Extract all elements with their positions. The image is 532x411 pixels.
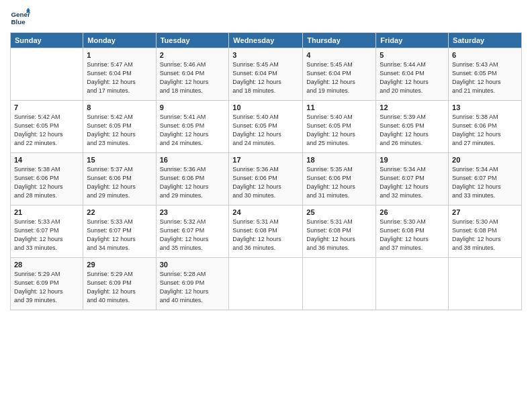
day-info-line: and 21 minutes. <box>452 87 518 95</box>
day-info-line: and 38 minutes. <box>452 244 518 253</box>
day-number: 9 <box>160 103 226 111</box>
day-info-line: Sunset: 6:04 PM <box>380 69 445 78</box>
day-info-line: and 26 minutes. <box>380 139 445 148</box>
day-number: 2 <box>160 51 226 59</box>
calendar-cell: 16Sunrise: 5:36 AMSunset: 6:06 PMDayligh… <box>156 153 229 205</box>
calendar-cell: 20Sunrise: 5:34 AMSunset: 6:07 PMDayligh… <box>449 153 522 205</box>
day-info-line: and 36 minutes. <box>232 244 299 253</box>
day-info-line: and 40 minutes. <box>87 296 152 305</box>
day-info-line: Sunrise: 5:30 AM <box>380 218 445 226</box>
day-info-line: Sunset: 6:06 PM <box>232 174 299 183</box>
day-info-line: Daylight: 12 hours <box>452 78 518 87</box>
day-info-line: Daylight: 12 hours <box>380 78 445 87</box>
calendar-table: SundayMondayTuesdayWednesdayThursdayFrid… <box>10 32 522 310</box>
day-number: 21 <box>14 208 79 216</box>
calendar-cell: 21Sunrise: 5:33 AMSunset: 6:07 PMDayligh… <box>11 205 83 258</box>
calendar-cell: 19Sunrise: 5:34 AMSunset: 6:07 PMDayligh… <box>376 153 449 205</box>
calendar-cell <box>229 258 303 310</box>
day-info-line: and 40 minutes. <box>160 296 226 305</box>
day-info-line: and 22 minutes. <box>14 139 79 148</box>
day-info-line: Daylight: 12 hours <box>160 287 226 296</box>
day-number: 17 <box>232 156 299 164</box>
day-number: 10 <box>232 103 299 111</box>
calendar-header-cell: Friday <box>376 33 449 48</box>
day-number: 14 <box>14 156 79 164</box>
svg-text:Blue: Blue <box>11 18 26 26</box>
day-number: 4 <box>306 51 372 59</box>
calendar-cell: 25Sunrise: 5:31 AMSunset: 6:08 PMDayligh… <box>303 205 376 258</box>
day-info-line: Sunset: 6:07 PM <box>380 174 445 183</box>
day-info-line: Sunrise: 5:42 AM <box>14 113 79 122</box>
day-info-line: Daylight: 12 hours <box>306 183 372 191</box>
calendar-week-row: 21Sunrise: 5:33 AMSunset: 6:07 PMDayligh… <box>11 205 522 258</box>
calendar-cell <box>303 258 376 310</box>
calendar-week-row: 1Sunrise: 5:47 AMSunset: 6:04 PMDaylight… <box>11 48 522 101</box>
day-info-line: and 28 minutes. <box>14 191 79 200</box>
day-info-line: Daylight: 12 hours <box>14 287 79 296</box>
day-info-line: Daylight: 12 hours <box>87 130 152 139</box>
day-number: 18 <box>306 156 372 164</box>
day-number: 11 <box>306 103 372 111</box>
day-info-line: and 36 minutes. <box>306 244 372 253</box>
day-info-line: Sunset: 6:08 PM <box>232 226 299 235</box>
calendar-cell: 28Sunrise: 5:29 AMSunset: 6:09 PMDayligh… <box>11 258 83 310</box>
day-info-line: Sunrise: 5:36 AM <box>232 165 299 174</box>
day-number: 7 <box>14 103 79 111</box>
main-container: General Blue SundayMondayTuesdayWednesda… <box>0 0 532 317</box>
day-number: 29 <box>87 261 152 269</box>
day-number: 25 <box>306 208 372 216</box>
day-info-line: Sunrise: 5:33 AM <box>14 218 79 226</box>
calendar-cell: 10Sunrise: 5:40 AMSunset: 6:05 PMDayligh… <box>229 101 303 153</box>
calendar-cell: 22Sunrise: 5:33 AMSunset: 6:07 PMDayligh… <box>83 205 156 258</box>
day-info-line: Sunset: 6:04 PM <box>232 69 299 78</box>
day-info-line: Sunset: 6:05 PM <box>14 122 79 130</box>
day-info-line: and 30 minutes. <box>232 191 299 200</box>
day-info-line: and 18 minutes. <box>160 87 226 95</box>
calendar-cell: 6Sunrise: 5:43 AMSunset: 6:05 PMDaylight… <box>449 48 522 101</box>
day-info-line: and 39 minutes. <box>14 296 79 305</box>
calendar-cell: 23Sunrise: 5:32 AMSunset: 6:07 PMDayligh… <box>156 205 229 258</box>
day-info-line: and 18 minutes. <box>232 87 299 95</box>
day-info-line: Sunrise: 5:41 AM <box>160 113 226 122</box>
day-number: 1 <box>87 51 152 59</box>
day-info-line: Sunrise: 5:40 AM <box>306 113 372 122</box>
day-info-line: Sunset: 6:05 PM <box>380 122 445 130</box>
day-info-line: Daylight: 12 hours <box>160 78 226 87</box>
day-number: 19 <box>380 156 445 164</box>
day-info-line: Daylight: 12 hours <box>232 130 299 139</box>
day-info-line: Daylight: 12 hours <box>232 183 299 191</box>
day-info-line: Sunset: 6:05 PM <box>160 122 226 130</box>
calendar-week-row: 14Sunrise: 5:38 AMSunset: 6:06 PMDayligh… <box>11 153 522 205</box>
day-info-line: Daylight: 12 hours <box>380 130 445 139</box>
day-info-line: Sunrise: 5:40 AM <box>232 113 299 122</box>
day-info-line: Sunrise: 5:33 AM <box>87 218 152 226</box>
calendar-cell: 3Sunrise: 5:45 AMSunset: 6:04 PMDaylight… <box>229 48 303 101</box>
day-info-line: Daylight: 12 hours <box>452 235 518 244</box>
day-info-line: Sunrise: 5:34 AM <box>452 165 518 174</box>
day-info-line: and 19 minutes. <box>306 87 372 95</box>
calendar-cell: 15Sunrise: 5:37 AMSunset: 6:06 PMDayligh… <box>83 153 156 205</box>
day-number: 15 <box>87 156 152 164</box>
day-info-line: Sunrise: 5:44 AM <box>380 60 445 69</box>
calendar-cell: 5Sunrise: 5:44 AMSunset: 6:04 PMDaylight… <box>376 48 449 101</box>
calendar-cell: 11Sunrise: 5:40 AMSunset: 6:05 PMDayligh… <box>303 101 376 153</box>
day-info-line: Sunset: 6:06 PM <box>452 122 518 130</box>
day-info-line: Sunrise: 5:30 AM <box>452 218 518 226</box>
day-info-line: Sunset: 6:08 PM <box>306 226 372 235</box>
day-number: 28 <box>14 261 79 269</box>
calendar-cell: 14Sunrise: 5:38 AMSunset: 6:06 PMDayligh… <box>11 153 83 205</box>
day-info-line: and 29 minutes. <box>87 191 152 200</box>
calendar-header-cell: Monday <box>83 33 156 48</box>
day-info-line: Sunrise: 5:31 AM <box>306 218 372 226</box>
calendar-cell: 9Sunrise: 5:41 AMSunset: 6:05 PMDaylight… <box>156 101 229 153</box>
day-info-line: Sunrise: 5:35 AM <box>306 165 372 174</box>
day-info-line: and 34 minutes. <box>87 244 152 253</box>
day-info-line: Daylight: 12 hours <box>160 130 226 139</box>
day-info-line: and 29 minutes. <box>160 191 226 200</box>
calendar-week-row: 7Sunrise: 5:42 AMSunset: 6:05 PMDaylight… <box>11 101 522 153</box>
calendar-cell: 2Sunrise: 5:46 AMSunset: 6:04 PMDaylight… <box>156 48 229 101</box>
day-info-line: Sunrise: 5:37 AM <box>87 165 152 174</box>
day-number: 3 <box>232 51 299 59</box>
day-number: 16 <box>160 156 226 164</box>
day-number: 22 <box>87 208 152 216</box>
